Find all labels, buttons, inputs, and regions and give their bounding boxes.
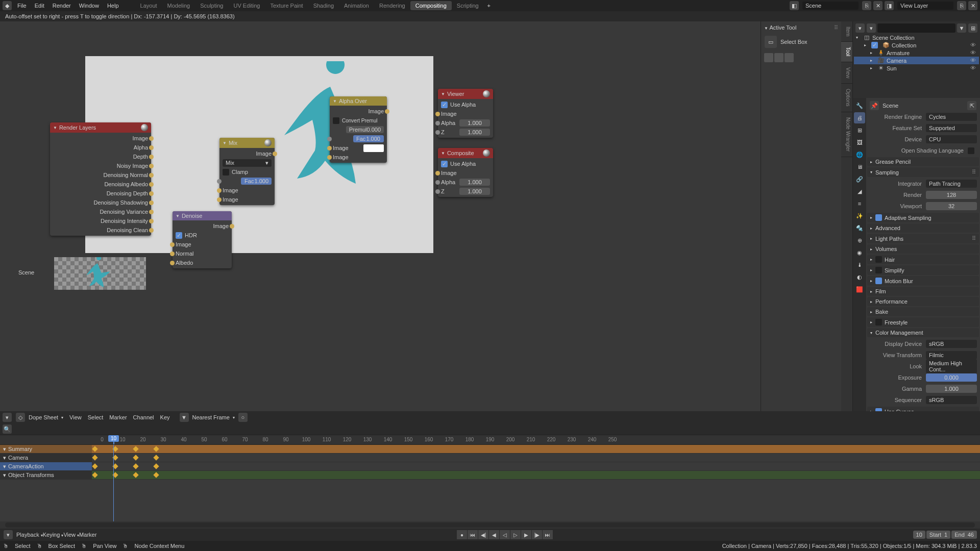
- node-composite[interactable]: ▼Composite ✓Use Alpha Image Alpha1.000 Z…: [438, 148, 493, 197]
- workspace-tab-layout[interactable]: Layout: [135, 1, 162, 10]
- viewlayer-selector[interactable]: View Layer: [897, 2, 953, 10]
- output-socket[interactable]: Alpha: [50, 143, 151, 152]
- render-engine-dropdown[interactable]: Cycles: [926, 113, 977, 121]
- keyframe[interactable]: [153, 472, 159, 478]
- editor-type-button[interactable]: ▾: [4, 530, 13, 539]
- visibility-icon[interactable]: 👁: [970, 49, 977, 56]
- dope-menu-select[interactable]: Select: [85, 413, 107, 421]
- workspace-tab-rendering[interactable]: Rendering: [374, 1, 410, 10]
- sidetab-node-wrangler[interactable]: Node Wrangler: [841, 112, 852, 157]
- property-tab[interactable]: ◐: [854, 271, 865, 283]
- workspace-tab-animation[interactable]: Animation: [339, 1, 374, 10]
- menu-file[interactable]: File: [13, 1, 31, 10]
- tool-icon[interactable]: [764, 53, 773, 62]
- workspace-tab-uv-editing[interactable]: UV Editing: [228, 1, 265, 10]
- sidetab-view[interactable]: View: [841, 62, 852, 84]
- color-swatch[interactable]: [363, 144, 384, 152]
- section-film[interactable]: ▸Film: [867, 287, 979, 296]
- output-socket[interactable]: Denoising Depth: [50, 189, 151, 198]
- section-hair[interactable]: ▸Hair: [867, 255, 979, 264]
- section-volumes[interactable]: ▸Volumes: [867, 244, 979, 254]
- dope-menu-view[interactable]: View: [66, 413, 85, 421]
- snap-mode-dropdown[interactable]: Nearest Frame: [192, 414, 230, 420]
- dope-menu-marker[interactable]: Marker: [106, 413, 130, 421]
- section-freestyle[interactable]: ▸Freestyle: [867, 317, 979, 327]
- property-tab[interactable]: 🔗: [854, 173, 865, 185]
- workspace-tab-compositing[interactable]: Compositing: [410, 1, 452, 10]
- scene-selector[interactable]: Scene: [802, 2, 859, 10]
- scene-new-button[interactable]: ⎘: [862, 1, 871, 10]
- property-tab[interactable]: 🖥: [854, 161, 865, 172]
- keyframe[interactable]: [153, 455, 159, 460]
- keyframe[interactable]: [92, 455, 97, 460]
- property-tab[interactable]: ◉: [854, 247, 865, 258]
- section-simplify[interactable]: ▸Simplify: [867, 265, 979, 275]
- property-tab[interactable]: 🟥: [854, 284, 865, 295]
- track-row[interactable]: ▾Summary: [0, 445, 980, 454]
- timeline-menu-keying[interactable]: Keying ▾: [43, 532, 64, 538]
- fac-field[interactable]: Fac1.000: [353, 135, 384, 142]
- pin-icon[interactable]: 📌: [870, 101, 879, 110]
- display-mode-button[interactable]: ▾: [855, 23, 865, 33]
- outliner-search[interactable]: [877, 23, 955, 33]
- clamp-checkbox[interactable]: [223, 169, 229, 176]
- scene-delete-button[interactable]: ✕: [873, 1, 883, 10]
- node-denoise[interactable]: ▼Denoise Image ✓HDR Image Normal Albedo: [173, 211, 232, 268]
- property-tab[interactable]: 🖼: [854, 137, 865, 148]
- gamma-field[interactable]: 1.000: [926, 385, 977, 393]
- compositor-node-editor[interactable]: ▼Render Layers ImageAlphaDepthNoisy Imag…: [0, 21, 761, 411]
- search-icon[interactable]: 🔍: [3, 424, 12, 434]
- section-grease-pencil[interactable]: ▸Grease Pencil: [867, 157, 979, 166]
- property-tab[interactable]: ≡: [854, 198, 865, 209]
- viewlayer-new-button[interactable]: ⎘: [957, 1, 966, 10]
- workspace-tab-sculpting[interactable]: Sculpting: [195, 1, 228, 10]
- time-ruler[interactable]: 10 0102030405060708090100110120130140150…: [0, 435, 980, 445]
- integrator-dropdown[interactable]: Path Tracing: [926, 180, 977, 188]
- premul-field[interactable]: Premul0.000: [346, 126, 384, 133]
- horizontal-scrollbar[interactable]: [5, 522, 975, 528]
- mix-mode-dropdown[interactable]: Mix▾: [223, 159, 272, 167]
- frame-next-button[interactable]: ▶: [521, 530, 531, 539]
- new-collection-button[interactable]: ⊞: [968, 23, 977, 33]
- workspace-tab-modeling[interactable]: Modeling: [162, 1, 195, 10]
- dope-menu-key[interactable]: Key: [157, 413, 173, 421]
- viewlayer-delete-button[interactable]: ✕: [968, 1, 977, 10]
- editor-type-button[interactable]: ▾: [3, 413, 12, 422]
- add-workspace-button[interactable]: +: [485, 3, 493, 9]
- viewport-samples-field[interactable]: 32: [926, 202, 977, 210]
- select-box-tool[interactable]: ▭ Select Box: [764, 34, 838, 50]
- section-adaptive[interactable]: ▸Adaptive Sampling: [867, 213, 979, 222]
- convert-premul-checkbox[interactable]: [333, 117, 339, 124]
- output-socket[interactable]: Depth: [50, 152, 151, 161]
- dope-menu-channel[interactable]: Channel: [130, 413, 157, 421]
- keyframe[interactable]: [92, 472, 97, 478]
- outliner[interactable]: ▾ ▾ ▼ ⊞ ▾◫Scene Collection ▸✓📦Collection…: [853, 21, 980, 98]
- end-frame-field[interactable]: End46: [951, 531, 977, 539]
- keyframe[interactable]: [133, 472, 138, 478]
- tool-icon[interactable]: [785, 53, 794, 62]
- filter-icon[interactable]: ▼: [180, 413, 189, 422]
- section-sampling[interactable]: ▾Sampling⠿: [867, 167, 979, 177]
- current-frame-field[interactable]: 10: [913, 531, 925, 539]
- section-checkbox[interactable]: [875, 267, 882, 273]
- track-row[interactable]: ▾CameraAction: [0, 462, 980, 471]
- outliner-item[interactable]: ▸🧍Armature👁: [854, 49, 979, 57]
- visibility-icon[interactable]: 👁: [970, 42, 977, 48]
- visibility-icon[interactable]: 👁: [970, 65, 977, 71]
- view-transform-dropdown[interactable]: Filmic: [926, 351, 977, 359]
- output-socket[interactable]: Denoising Shadowing: [50, 198, 151, 207]
- osl-checkbox[interactable]: [968, 147, 974, 154]
- sidetab-options[interactable]: Options: [841, 84, 852, 112]
- outliner-row[interactable]: ▾◫Scene Collection: [854, 34, 979, 41]
- property-tab[interactable]: 🖨: [854, 112, 865, 123]
- outliner-item[interactable]: ▸☀Sun👁: [854, 64, 979, 72]
- use-alpha-checkbox[interactable]: ✓: [441, 161, 448, 167]
- filter-button[interactable]: ▼: [957, 23, 966, 33]
- keyframe[interactable]: [92, 446, 97, 452]
- sidetab-item[interactable]: Item: [841, 21, 852, 42]
- frame-prev-button[interactable]: ◀: [489, 530, 499, 539]
- workspace-tab-scripting[interactable]: Scripting: [452, 1, 484, 10]
- node-viewer[interactable]: ▼Viewer ✓Use Alpha Image Alpha1.000 Z1.0…: [438, 89, 493, 138]
- dopesheet-mode-dropdown[interactable]: Dope Sheet: [29, 414, 58, 420]
- timeline-menu-view[interactable]: View ▾: [63, 532, 79, 538]
